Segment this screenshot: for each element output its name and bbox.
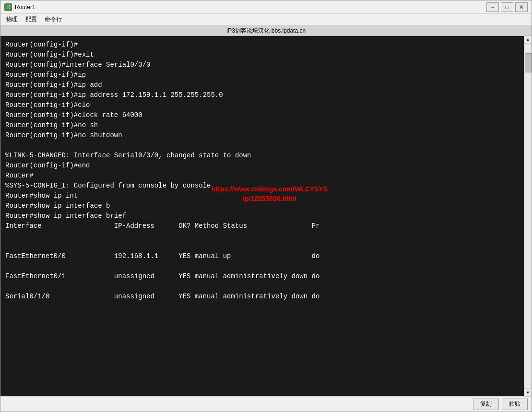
- maximize-button[interactable]: □: [501, 2, 513, 12]
- center-title: IP3剑客论坛汉化-bbs.ipdata.cn: [0, 25, 532, 36]
- bottom-bar: 复制 粘贴: [0, 396, 532, 412]
- close-button[interactable]: ✕: [515, 2, 528, 12]
- window-controls: − □ ✕: [486, 2, 528, 12]
- menu-bar: 物理 配置 命令行: [0, 14, 532, 25]
- scrollbar-down-button[interactable]: ▼: [524, 388, 532, 396]
- title-bar: R Router1 − □ ✕: [0, 0, 532, 14]
- menu-item-config[interactable]: 配置: [22, 14, 41, 24]
- scrollbar-thumb[interactable]: [525, 53, 532, 72]
- menu-item-cli[interactable]: 命令行: [41, 14, 66, 24]
- terminal-container: Router(config-if)# Router(config-if)#exi…: [0, 36, 532, 396]
- copy-button[interactable]: 复制: [473, 399, 499, 410]
- scrollbar-up-button[interactable]: ▲: [524, 36, 532, 44]
- app-icon: R: [4, 3, 12, 11]
- window-title: Router1: [15, 4, 486, 11]
- menu-item-physics[interactable]: 物理: [2, 14, 22, 24]
- terminal-output[interactable]: Router(config-if)# Router(config-if)#exi…: [0, 36, 524, 396]
- terminal-scrollbar[interactable]: ▲ ▼: [524, 36, 532, 396]
- paste-button[interactable]: 粘贴: [502, 399, 528, 410]
- main-window: R Router1 − □ ✕ 物理 配置 命令行 IP3剑客论坛汉化-bbs.…: [0, 0, 532, 412]
- minimize-button[interactable]: −: [486, 2, 499, 12]
